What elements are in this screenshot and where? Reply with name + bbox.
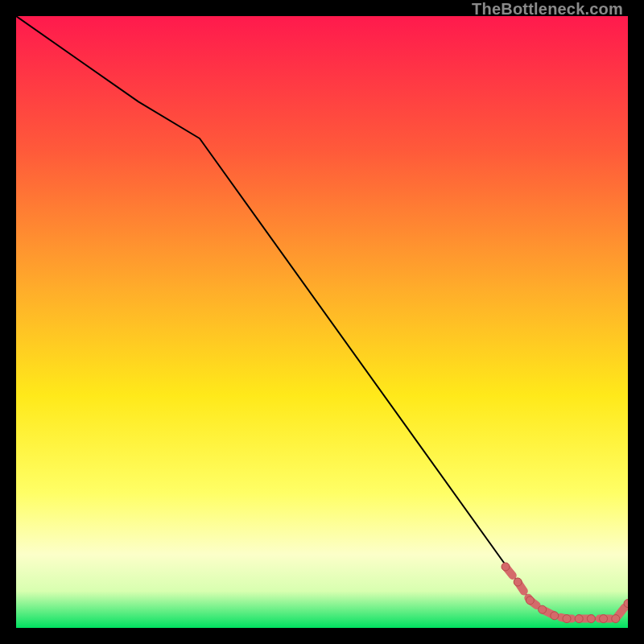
highlight-dot [539,605,547,613]
watermark-text: TheBottleneck.com [472,0,623,19]
highlight-dot [526,597,534,605]
highlight-dot [575,615,583,623]
highlight-dot [563,615,571,623]
chart-svg [16,16,628,628]
highlight-dot [587,615,595,623]
highlight-dot [612,615,620,623]
gradient-bg [16,16,628,628]
highlight-dot [551,612,559,620]
highlight-dot [502,563,510,571]
highlight-dot [514,578,522,586]
chart-frame [16,16,628,628]
highlight-dot [600,615,608,623]
